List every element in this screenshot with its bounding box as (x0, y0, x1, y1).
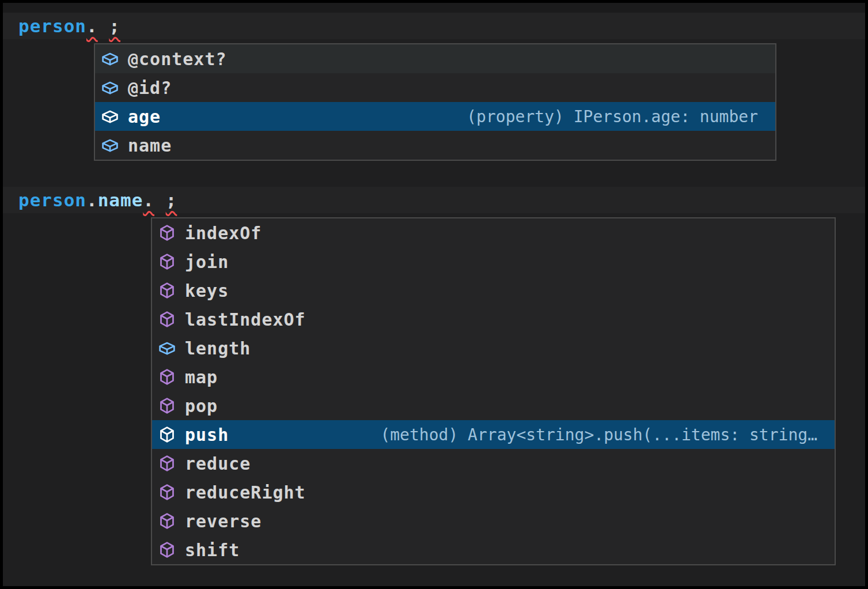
suggestion-label: @id? (128, 78, 172, 98)
suggestion-label: name (128, 135, 172, 156)
suggestion-item-id[interactable]: @id? (95, 73, 775, 102)
suggestion-label: reduce (185, 454, 251, 474)
suggestion-label: reduceRight (185, 482, 306, 503)
suggest-widget-iperson-members: @context?@id?age(property) IPerson.age: … (94, 43, 776, 161)
symbol-field-icon (101, 137, 119, 154)
symbol-field-icon (158, 339, 176, 357)
suggestion-label: indexOf (185, 223, 261, 243)
suggestion-item-shift[interactable]: shift (152, 535, 835, 564)
suggestion-item-name[interactable]: name (95, 131, 775, 160)
symbol-method-icon (158, 512, 176, 530)
suggestion-label: map (185, 367, 218, 387)
suggestion-item-length[interactable]: length (152, 334, 835, 363)
suggestion-item-indexof[interactable]: indexOf (152, 218, 835, 247)
suggestion-item-reduce[interactable]: reduce (152, 449, 835, 478)
suggestion-item-keys[interactable]: keys (152, 276, 835, 305)
suggestion-item-lastindexof[interactable]: lastIndexOf (152, 305, 835, 334)
symbol-method-icon (158, 311, 176, 328)
symbol-method-icon (158, 224, 176, 241)
suggestion-item-map[interactable]: map (152, 363, 835, 391)
code-token: ; (166, 190, 177, 210)
suggestion-item-age[interactable]: age(property) IPerson.age: number (95, 102, 775, 131)
symbol-method-icon (158, 426, 176, 443)
suggestion-item-reverse[interactable]: reverse (152, 507, 835, 535)
code-token: ; (109, 16, 120, 36)
code-token: . (86, 16, 98, 36)
suggestion-label: push (185, 425, 229, 445)
symbol-method-icon (158, 541, 176, 558)
suggestion-label: lastIndexOf (185, 309, 306, 330)
code-line-person[interactable]: person. ; (18, 13, 120, 39)
suggestion-label: age (128, 107, 161, 127)
editor-empty-line (3, 3, 865, 13)
current-line-highlight (3, 13, 865, 39)
suggestion-item-push[interactable]: push(method) Array<string>.push(...items… (152, 420, 835, 449)
code-token: person (18, 190, 86, 210)
suggestion-item-join[interactable]: join (152, 247, 835, 276)
suggestion-label: pop (185, 396, 218, 416)
symbol-method-icon (158, 484, 176, 501)
code-line-person-name[interactable]: person.name. ; (18, 187, 177, 213)
code-token: name (98, 190, 143, 210)
code-token (154, 190, 166, 210)
suggestion-label: @context? (128, 49, 227, 69)
symbol-method-icon (158, 455, 176, 472)
suggestion-label: keys (185, 281, 229, 301)
symbol-field-icon (101, 50, 119, 67)
suggestion-detail: (method) Array<string>.push(...items: st… (380, 425, 817, 444)
symbol-field-icon (101, 79, 119, 96)
suggestion-item-context[interactable]: @context? (95, 44, 775, 73)
suggestion-item-pop[interactable]: pop (152, 391, 835, 420)
code-token: . (143, 190, 154, 210)
code-token: . (86, 190, 98, 210)
suggestion-detail: (property) IPerson.age: number (467, 107, 758, 126)
symbol-method-icon (158, 282, 176, 299)
symbol-method-icon (158, 397, 176, 414)
code-editor-screenshot: person. ; @context?@id?age(property) IPe… (0, 0, 868, 589)
suggestion-label: reverse (185, 511, 261, 531)
suggestion-label: shift (185, 540, 240, 560)
symbol-method-icon (158, 253, 176, 270)
symbol-method-icon (158, 368, 176, 386)
suggest-widget-string-members: indexOfjoinkeyslastIndexOflengthmappoppu… (151, 217, 836, 565)
code-token: person (18, 16, 86, 36)
suggestion-label: join (185, 252, 229, 272)
code-token (98, 16, 109, 36)
symbol-field-icon (101, 108, 119, 125)
suggestion-item-reduceright[interactable]: reduceRight (152, 478, 835, 507)
suggestion-label: length (185, 338, 251, 358)
